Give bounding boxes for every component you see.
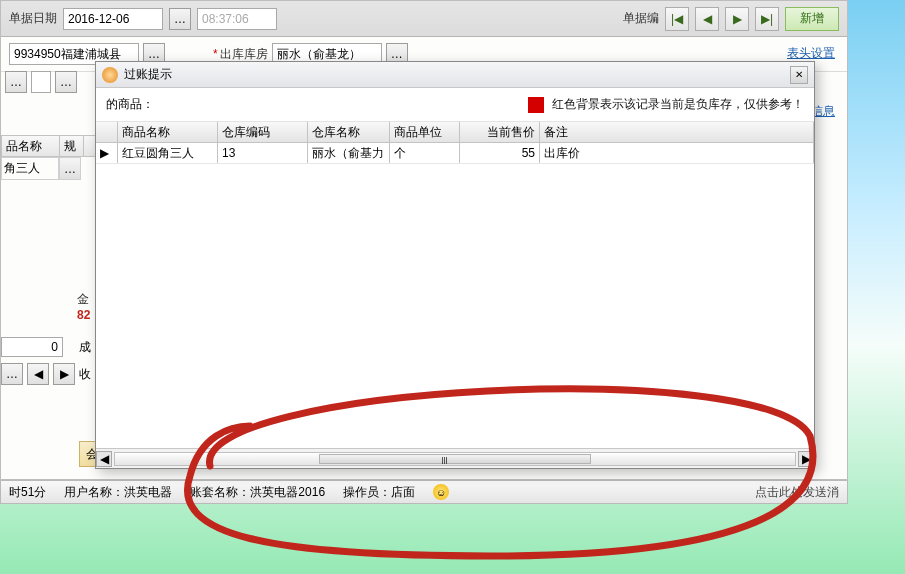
cell-price: 55 [460, 143, 540, 163]
mini-picker[interactable]: … [1, 363, 23, 385]
col-warehouse-code[interactable]: 仓库编码 [218, 122, 308, 142]
cell-warehouse-name: 丽水（俞基力 [308, 143, 390, 163]
date-picker-button[interactable]: … [169, 8, 191, 30]
back-grid-row: 角三人 … [1, 157, 101, 180]
dialog-titlebar[interactable]: 过账提示 ✕ [96, 62, 814, 88]
header-setting-link[interactable]: 表头设置 [787, 45, 835, 62]
back-cell-name[interactable]: 角三人 [1, 157, 59, 180]
side-label-shou: 收 [79, 366, 91, 383]
extra-picker-1[interactable]: … [5, 71, 27, 93]
cell-warehouse-code: 13 [218, 143, 308, 163]
status-user-label: 用户名称： [64, 485, 124, 499]
dialog-grid-header: 商品名称 仓库编码 仓库名称 商品单位 当前售价 备注 [96, 122, 814, 143]
nav-last-button[interactable]: ▶| [755, 7, 779, 31]
date-label: 单据日期 [9, 10, 57, 27]
send-message-link[interactable]: 点击此处发送消 [755, 484, 839, 501]
status-account-value: 洪英电器2016 [250, 485, 325, 499]
status-account-label: 账套名称： [190, 485, 250, 499]
dialog-title-text: 过账提示 [124, 66, 172, 83]
nav-first-button[interactable]: |◀ [665, 7, 689, 31]
table-row[interactable]: ▶ 红豆圆角三人 13 丽水（俞基力 个 55 出库价 [96, 143, 814, 164]
mini-left-button[interactable]: ◀ [27, 363, 49, 385]
main-toolbar: 单据日期 2016-12-06 … 08:37:06 单据编 |◀ ◀ ▶ ▶|… [1, 1, 847, 37]
posting-dialog: 过账提示 ✕ 的商品： 红色背景表示该记录当前是负库存，仅供参考！ 商品名称 仓… [95, 61, 815, 469]
date-input[interactable]: 2016-12-06 [63, 8, 163, 30]
scroll-thumb[interactable] [319, 454, 591, 464]
dialog-grid-body[interactable]: ▶ 红豆圆角三人 13 丽水（俞基力 个 55 出库价 [96, 143, 814, 448]
dialog-icon [102, 67, 118, 83]
new-button[interactable]: 新增 [785, 7, 839, 31]
scroll-track[interactable]: ||| [114, 452, 796, 466]
warehouse-label: 出库库房 [213, 46, 268, 63]
col-unit[interactable]: 商品单位 [390, 122, 460, 142]
back-col-spec: 规 [60, 136, 84, 156]
col-warehouse-name[interactable]: 仓库名称 [308, 122, 390, 142]
scroll-grip-icon: ||| [441, 455, 447, 464]
red-swatch-icon [528, 97, 544, 113]
back-cell-picker[interactable]: … [59, 157, 81, 180]
close-icon[interactable]: ✕ [790, 66, 808, 84]
dialog-lead-text: 的商品： [106, 96, 154, 113]
nav-prev-button[interactable]: ◀ [695, 7, 719, 31]
scroll-right-button[interactable]: ▶ [798, 451, 814, 467]
status-user-value: 洪英电器 [124, 485, 172, 499]
row-selector[interactable]: ▶ [96, 143, 118, 163]
docno-label: 单据编 [623, 10, 659, 27]
mini-right-button[interactable]: ▶ [53, 363, 75, 385]
col-remark[interactable]: 备注 [540, 122, 814, 142]
zero-input[interactable] [1, 337, 63, 357]
col-product-name[interactable]: 商品名称 [118, 122, 218, 142]
extra-input-1[interactable] [31, 71, 51, 93]
extra-picker-2[interactable]: … [55, 71, 77, 93]
status-time: 时51分 [9, 484, 46, 501]
amount-label: 金 [77, 291, 90, 308]
status-bar: 时51分 用户名称：洪英电器 账套名称：洪英电器2016 操作员：店面 ☺ 点击… [0, 480, 848, 504]
status-operator-label: 操作员： [343, 485, 391, 499]
scroll-left-button[interactable]: ◀ [96, 451, 112, 467]
status-operator-value: 店面 [391, 485, 415, 499]
time-input[interactable]: 08:37:06 [197, 8, 277, 30]
back-col-name: 品名称 [2, 136, 60, 156]
amount-value: 82 [77, 308, 90, 322]
cell-product-name: 红豆圆角三人 [118, 143, 218, 163]
cell-unit: 个 [390, 143, 460, 163]
dialog-notice-text: 红色背景表示该记录当前是负库存，仅供参考！ [552, 96, 804, 113]
col-price[interactable]: 当前售价 [460, 122, 540, 142]
side-label-cheng: 成 [79, 339, 91, 356]
nav-next-button[interactable]: ▶ [725, 7, 749, 31]
dialog-hscrollbar[interactable]: ◀ ||| ▶ [96, 448, 814, 468]
back-grid-header: 品名称 规 [1, 135, 101, 157]
cell-remark: 出库价 [540, 143, 814, 163]
smile-icon: ☺ [433, 484, 449, 500]
